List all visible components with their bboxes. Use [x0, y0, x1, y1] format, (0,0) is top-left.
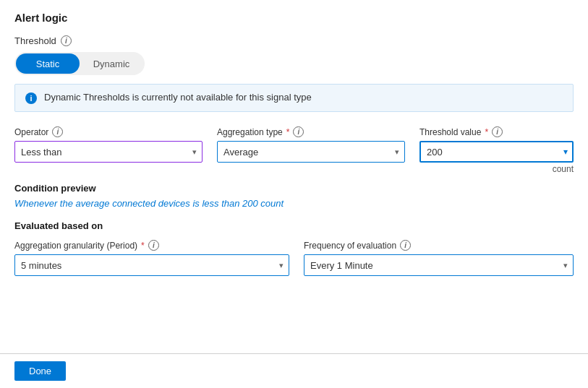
evaluated-based-on-title: Evaluated based on — [14, 220, 574, 231]
operator-info-icon[interactable]: i — [52, 126, 63, 137]
aggregation-type-required: * — [286, 127, 290, 137]
threshold-info-icon[interactable]: i — [61, 35, 72, 46]
info-banner: i Dynamic Thresholds is currently not av… — [14, 84, 574, 112]
aggregation-granularity-required: * — [141, 241, 145, 251]
operator-select[interactable]: Less than Greater than Greater than or e… — [14, 141, 203, 163]
eval-row: Aggregation granularity (Period) * i 1 m… — [14, 240, 574, 276]
aggregation-type-select[interactable]: Average Count Minimum Maximum Total — [217, 141, 405, 163]
condition-preview-title: Condition preview — [14, 183, 574, 194]
aggregation-granularity-select[interactable]: 1 minute 5 minutes 15 minutes 30 minutes… — [14, 254, 289, 276]
aggregation-type-select-wrapper: Average Count Minimum Maximum Total ▾ — [217, 141, 405, 163]
threshold-toggle: Static Dynamic — [14, 52, 145, 75]
operator-field-group: Operator i Less than Greater than Greate… — [14, 126, 203, 163]
threshold-value-required: * — [485, 127, 488, 137]
info-banner-icon: i — [25, 92, 37, 104]
static-toggle-button[interactable]: Static — [16, 53, 80, 74]
frequency-evaluation-label: Frequency of evaluation i — [304, 240, 574, 251]
threshold-value-input-wrapper: ▾ — [419, 141, 574, 163]
dynamic-toggle-button[interactable]: Dynamic — [80, 53, 143, 74]
threshold-value-label: Threshold value * i — [419, 126, 574, 137]
threshold-value-input[interactable] — [419, 141, 574, 163]
aggregation-type-label: Aggregation type * i — [217, 126, 405, 137]
aggregation-granularity-select-wrapper: 1 minute 5 minutes 15 minutes 30 minutes… — [14, 254, 289, 276]
threshold-value-field-group: Threshold value * i ▾ count — [419, 126, 574, 174]
condition-preview-text: Whenever the average connected devices i… — [14, 198, 574, 209]
threshold-label: Threshold — [14, 35, 56, 46]
page-title: Alert logic — [14, 12, 574, 24]
operator-select-wrapper: Less than Greater than Greater than or e… — [14, 141, 203, 163]
threshold-value-info-icon[interactable]: i — [492, 126, 503, 137]
bottom-bar: Done — [0, 353, 588, 388]
aggregation-granularity-field-group: Aggregation granularity (Period) * i 1 m… — [14, 240, 289, 276]
done-button[interactable]: Done — [14, 361, 66, 381]
aggregation-granularity-info-icon[interactable]: i — [148, 240, 159, 251]
frequency-evaluation-field-group: Frequency of evaluation i Every 1 Minute… — [304, 240, 574, 276]
info-banner-text: Dynamic Thresholds is currently not avai… — [44, 92, 312, 103]
frequency-evaluation-info-icon[interactable]: i — [400, 240, 411, 251]
aggregation-type-info-icon[interactable]: i — [293, 126, 304, 137]
frequency-evaluation-select[interactable]: Every 1 Minute Every 5 Minutes Every 15 … — [304, 254, 574, 276]
operator-label: Operator i — [14, 126, 203, 137]
aggregation-granularity-label: Aggregation granularity (Period) * i — [14, 240, 289, 251]
frequency-evaluation-select-wrapper: Every 1 Minute Every 5 Minutes Every 15 … — [304, 254, 574, 276]
threshold-unit-label: count — [419, 164, 574, 174]
fields-row: Operator i Less than Greater than Greate… — [14, 126, 574, 174]
aggregation-type-field-group: Aggregation type * i Average Count Minim… — [217, 126, 405, 163]
